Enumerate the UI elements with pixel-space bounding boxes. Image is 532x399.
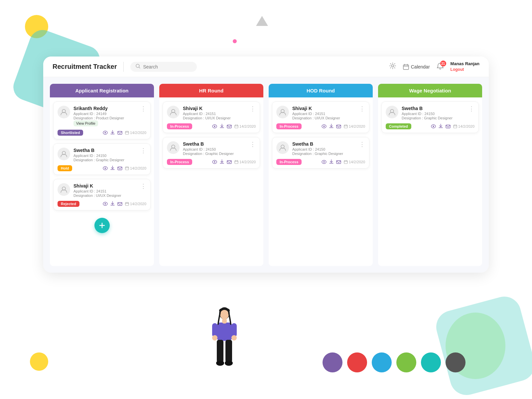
svg-rect-36 [227,125,231,128]
settings-button[interactable] [389,62,396,71]
download-icon[interactable] [110,201,115,207]
mail-icon[interactable] [336,159,341,165]
card-designation: Designation : UI/UX Designer [292,116,356,120]
svg-point-78 [212,335,217,340]
column-applicant: Applicant Registration Srikanth Reddy Ap… [50,84,154,266]
card-menu-button[interactable]: ⋮ [140,148,146,154]
card-menu-button[interactable]: ⋮ [359,141,365,147]
column-header-hr: HR Round [159,84,263,97]
download-icon[interactable] [220,159,224,165]
card-name: Shivaji K [292,106,356,111]
color-circle [421,352,441,372]
column-body-applicant: Srikanth Reddy Applicant ID : 24149 Desi… [50,97,154,266]
navbar-actions: Calendar 21 Manas Ranjan Logout [389,61,479,72]
search-box[interactable] [130,62,197,72]
download-icon[interactable] [220,124,224,129]
svg-rect-69 [454,125,457,128]
deco-teal-shape-br [433,293,532,399]
notifications-button[interactable]: 21 [437,63,444,71]
card-info: Swetha B Applicant ID : 24150 Designatio… [292,141,356,156]
download-icon[interactable] [439,124,443,129]
color-circle [396,352,416,372]
card-actions: 14/2/2020 [212,124,256,129]
calendar-button[interactable]: Calendar [403,64,430,70]
card-menu-button[interactable]: ⋮ [468,106,474,112]
kanban-card: Shivaji K Applicant ID : 24151 Designati… [163,101,260,133]
card-designation: Designation : Graphic Designer [402,116,465,120]
mail-icon[interactable] [117,201,122,207]
mail-icon[interactable] [117,130,122,136]
download-icon[interactable] [110,166,115,171]
card-info: Swetha B Applicant ID : 24150 Designatio… [183,141,246,156]
color-circle [323,352,342,372]
card-menu-button[interactable]: ⋮ [250,141,256,147]
eye-icon[interactable] [103,201,108,207]
card-actions: 14/2/2020 [431,124,474,129]
svg-point-51 [324,126,325,127]
column-body-hr: Shivaji K Applicant ID : 24151 Designati… [159,97,263,266]
card-applicant-id: Applicant ID : 24150 [73,154,137,158]
card-date: 14/2/2020 [234,160,256,164]
card-name: Swetha B [183,141,246,147]
status-badge: Rejected [58,201,79,207]
eye-icon[interactable] [322,159,327,165]
download-icon[interactable] [329,124,333,129]
eye-icon[interactable] [103,166,108,171]
card-designation: Designation : Graphic Designer [292,152,356,156]
eye-icon[interactable] [431,124,436,129]
mail-icon[interactable] [336,124,341,129]
card-bottom: Hold [58,165,146,171]
status-badge: In-Process [276,159,302,165]
eye-icon[interactable] [322,124,327,129]
download-icon[interactable] [110,130,115,136]
mail-icon[interactable] [117,166,122,171]
card-top: Swetha B Applicant ID : 24150 Designatio… [58,148,146,162]
kanban-card: Shivaji K Applicant ID : 24151 Designati… [272,101,369,133]
svg-rect-75 [217,323,232,341]
card-bottom: Completed [386,123,474,129]
card-date: 14/2/2020 [234,124,256,128]
svg-rect-80 [222,319,227,324]
card-applicant-id: Applicant ID : 24151 [292,112,356,116]
search-icon [136,64,140,70]
mail-icon[interactable] [227,159,232,165]
card-menu-button[interactable]: ⋮ [359,106,365,112]
user-name: Manas Ranjan [451,61,479,66]
avatar [386,106,398,118]
logout-button[interactable]: Logout [451,67,464,72]
color-palette [323,352,466,372]
card-bottom: In-Process [276,123,365,129]
download-icon[interactable] [329,159,333,165]
card-menu-button[interactable]: ⋮ [140,183,146,189]
svg-rect-27 [125,202,129,205]
card-actions: 14/2/2020 [322,159,365,165]
card-bottom: In-Process [167,159,256,165]
card-menu-button[interactable]: ⋮ [250,106,256,112]
card-designation: Designation : UI/UX Designer [183,116,246,120]
color-circle [347,352,367,372]
eye-icon[interactable] [212,124,217,129]
mail-icon[interactable] [446,124,451,129]
avatar [58,106,70,118]
svg-rect-11 [125,131,129,134]
mail-icon[interactable] [227,124,232,129]
card-bottom: Shortlisted [58,130,146,136]
card-actions: 14/2/2020 [103,130,146,136]
card-menu-button[interactable]: ⋮ [140,106,146,112]
view-profile-button[interactable]: View Profile [73,120,98,126]
avatar [167,141,180,154]
navbar-divider [123,62,124,72]
search-input[interactable] [143,64,186,69]
eye-icon[interactable] [212,159,217,165]
eye-icon[interactable] [103,130,108,136]
status-badge: Hold [58,165,72,171]
card-designation: Designation : Product Designer [73,116,137,120]
navbar: Recruitment Tracker [43,57,489,77]
svg-rect-68 [446,125,450,128]
add-card-button[interactable] [94,218,110,233]
svg-point-73 [219,307,230,319]
deco-pink-circle [233,39,237,43]
card-designation: Designation : Graphic Designer [73,158,137,162]
svg-point-85 [225,360,233,366]
card-date: 14/2/2020 [453,124,474,128]
